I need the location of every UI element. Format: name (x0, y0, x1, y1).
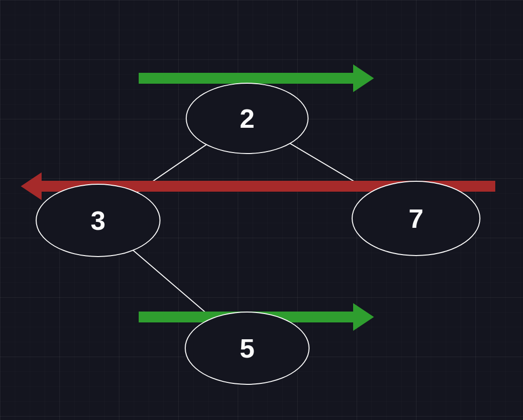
node-2: 2 (186, 83, 309, 154)
node-label: 3 (91, 207, 105, 234)
diagram-canvas: 2375 (0, 0, 523, 420)
green-arrow-head (353, 303, 374, 331)
edge-3-5 (132, 249, 212, 318)
node-7: 7 (352, 181, 480, 256)
green-arrow-head (353, 64, 374, 92)
node-3: 3 (36, 184, 160, 257)
node-5: 5 (185, 312, 310, 385)
green-arrow (139, 73, 353, 84)
red-arrow-head (21, 172, 42, 200)
node-label: 5 (240, 335, 255, 362)
node-label: 2 (240, 105, 255, 132)
node-label: 7 (409, 205, 423, 232)
